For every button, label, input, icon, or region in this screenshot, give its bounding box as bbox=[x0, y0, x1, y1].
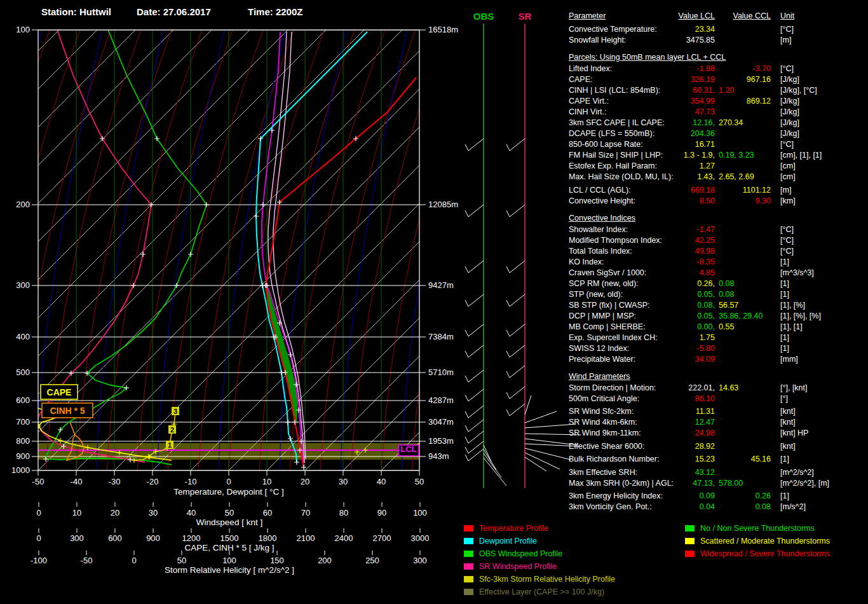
value-lcl: 204.36 bbox=[691, 129, 715, 139]
value-part: 0.19, bbox=[719, 151, 738, 160]
unit-label: [1] bbox=[780, 279, 789, 289]
param-label: SR Wind 4km-6km: bbox=[569, 418, 637, 427]
table-row: Estofex Exp. Hail Param:1.27[cm] bbox=[0, 161, 868, 171]
param-label: CAPE: bbox=[569, 75, 593, 85]
unit-label: [m] bbox=[780, 186, 791, 195]
value-lcl: 16.71 bbox=[695, 140, 715, 149]
param-label: SCP RM (new, old): bbox=[569, 279, 639, 289]
value-lcl: 12.16, bbox=[693, 118, 715, 128]
table-row: Craven SigSvr / 1000:4.85[m^3/s^3] bbox=[0, 268, 868, 278]
table-header-row: ParameterValue LCLValue CCLUnit bbox=[0, 11, 868, 21]
value-ccl: 45.16 bbox=[751, 455, 771, 464]
profile-legend-item: Temperature Profile bbox=[464, 524, 548, 533]
value-lcl: 49.98 bbox=[695, 247, 715, 256]
table-row: Convective Temperature:23.34[°C] bbox=[0, 25, 868, 34]
table-row: 3km SFC CAPE | IL CAPE:12.16,270.34[J/kg… bbox=[0, 118, 868, 128]
value-lcl: 42.25 bbox=[695, 236, 715, 245]
value-ccl: 0.08 bbox=[756, 502, 771, 512]
unit-label: [J/kg] bbox=[780, 107, 799, 117]
param-label: Convective Height: bbox=[569, 196, 635, 206]
param-label: 3km Energy Helicity Index: bbox=[569, 491, 663, 501]
param-label: Max. Hail Size (OLD, MU, IL): bbox=[569, 172, 674, 182]
table-row: SB STP (fix) | CWASP:0.08,56.57[1], [%] bbox=[0, 301, 868, 310]
param-label: 3km Vorticity Gen. Pot.: bbox=[569, 502, 652, 512]
table-row: SR Wind Sfc-2km:11.31[knt] bbox=[0, 407, 868, 416]
unit-label: [knt] bbox=[780, 418, 796, 427]
param-label: Precipitable Water: bbox=[569, 355, 635, 364]
table-row: Max. Hail Size (OLD, MU, IL):1.43,2.65, … bbox=[0, 172, 868, 182]
table-row: Showalter Index:-1.47[°C] bbox=[0, 225, 868, 235]
param-label: CAPE Virt.: bbox=[569, 97, 609, 106]
unit-label: [J/kg] bbox=[780, 97, 799, 106]
table-row: STP (new, old):0.05,0.08[1] bbox=[0, 290, 868, 299]
unit-label: [m^2/s^2], [m] bbox=[780, 479, 829, 488]
param-label: Max 3km SRH (0-2km) | AGL: bbox=[569, 479, 674, 488]
param-label: Bulk Richardson Number: bbox=[569, 455, 659, 464]
value-part: 29.40 bbox=[743, 312, 763, 320]
param-label: Exp. Supercell Index CH: bbox=[569, 333, 658, 343]
legend-swatch bbox=[464, 563, 473, 570]
table-row: Total Totals Index:49.98[°C] bbox=[0, 247, 868, 256]
unit-label: [m^3/s^3] bbox=[780, 268, 814, 278]
table-row: CAPE:326.19967.16[J/kg] bbox=[0, 75, 868, 85]
legend-label: Dewpoint Profile bbox=[479, 537, 537, 546]
unit-label: [°] bbox=[780, 394, 788, 404]
value-lcl: 0.26, bbox=[697, 279, 715, 289]
value-part: 3.23 bbox=[738, 151, 754, 160]
value-part: 0.55 bbox=[719, 322, 734, 331]
table-row: FM Hail Size | SHIP | LHP:1.3 - 1.9,0.19… bbox=[0, 151, 868, 160]
severity-legend-item: Scattered / Moderate Thunderstorms bbox=[685, 537, 830, 546]
legend-swatch bbox=[464, 538, 473, 544]
unit-label: [°C] bbox=[780, 140, 794, 149]
value-lcl: 28.92 bbox=[695, 442, 715, 451]
param-label: STP (new, old): bbox=[569, 290, 623, 299]
value-lcl: 1.43, bbox=[697, 172, 715, 182]
param-label: SWISS 12 Index: bbox=[569, 344, 629, 353]
param-label: CINH | LSI (LCL: 854mB): bbox=[569, 86, 660, 95]
unit-label: [m/s^2] bbox=[780, 502, 806, 512]
value-lcl: -1.88 bbox=[697, 64, 715, 74]
unit-label: [°C] bbox=[780, 247, 794, 256]
unit-label: [°C] bbox=[780, 25, 794, 34]
value-lcl: 0.09 bbox=[700, 491, 715, 501]
value-part: 0.08 bbox=[719, 290, 734, 299]
table-row: Precipitable Water:34.09[mm] bbox=[0, 355, 868, 364]
param-label: SR Wind Sfc-2km: bbox=[569, 407, 634, 416]
unit-label: [1] bbox=[780, 290, 789, 299]
unit-label: [°C] bbox=[780, 225, 794, 235]
param-label: Effective Shear 6000: bbox=[569, 442, 644, 451]
table-row: 850-600 Lapse Rate:16.71[°C] bbox=[0, 140, 868, 149]
section-header-row: Parcels: Using 50mB mean layer LCL + CCL bbox=[0, 53, 868, 62]
table-row: Bulk Richardson Number:15.2345.16[1] bbox=[0, 455, 868, 464]
value-lcl: 3475.85 bbox=[686, 36, 715, 45]
value-part: 2.69 bbox=[738, 172, 754, 181]
value-lcl: 326.19 bbox=[691, 75, 715, 85]
section-header: Parcels: Using 50mB mean layer LCL + CCL bbox=[569, 53, 726, 62]
param-label: DCP | MMP | MSP: bbox=[569, 312, 636, 321]
param-label: Storm Direction | Motion: bbox=[569, 383, 656, 393]
severity-legend-item: No / Non Severe Thunderstorms bbox=[685, 524, 815, 533]
param-label: Showalter Index: bbox=[569, 225, 628, 235]
value-ccl: 869.12 bbox=[747, 97, 771, 106]
legend-label: Effective Layer (CAPE >= 100 J/kg) bbox=[479, 587, 604, 596]
value-lcl: 12.47 bbox=[695, 418, 715, 427]
unit-label: [knt] HP bbox=[780, 429, 808, 438]
value-lcl: 0.05, bbox=[697, 312, 715, 321]
col-header-parameter: Parameter bbox=[569, 11, 606, 21]
profile-legend-item: Sfc-3km Storm Relative Helicity Profile bbox=[464, 575, 615, 584]
value-lcl-extra: 35.86, 29.40 bbox=[719, 312, 763, 321]
value-lcl: 0.05, bbox=[697, 290, 715, 299]
legend-swatch bbox=[464, 551, 473, 557]
col-header-value-ccl: Value CCL bbox=[733, 11, 771, 21]
value-lcl: 34.09 bbox=[695, 355, 715, 364]
value-lcl-extra: 578.00 bbox=[719, 479, 743, 488]
table-row: 3km Vorticity Gen. Pot.:0.040.08[m/s^2] bbox=[0, 502, 868, 512]
unit-label: [1] bbox=[780, 491, 789, 501]
legend-label: Temperature Profile bbox=[479, 524, 548, 533]
value-lcl: 1.3 - 1.9, bbox=[684, 151, 715, 160]
value-lcl-extra: 56.57 bbox=[719, 301, 738, 310]
value-part: 1.20 bbox=[719, 86, 734, 95]
table-row: Max 3km SRH (0-2km) | AGL:47.13,578.00[m… bbox=[0, 479, 868, 488]
unit-label: [km] bbox=[780, 196, 796, 206]
unit-label: [J/kg] bbox=[780, 118, 799, 128]
